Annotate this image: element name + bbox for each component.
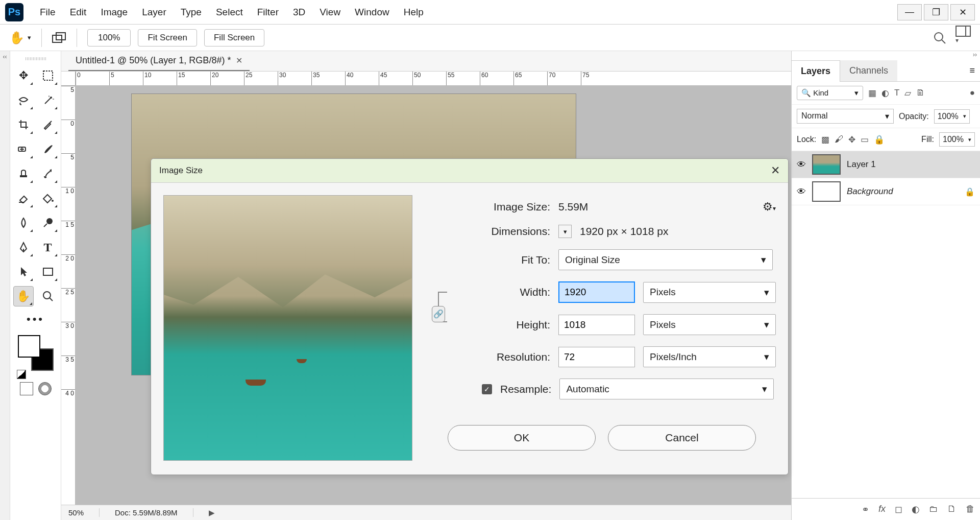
layer-thumbnail[interactable]	[812, 154, 841, 175]
cancel-button[interactable]: Cancel	[608, 425, 756, 451]
zoom-tool-icon[interactable]	[38, 286, 58, 306]
history-brush-tool-icon[interactable]	[38, 163, 58, 184]
dialog-gear-icon[interactable]: ⚙▾	[763, 200, 776, 214]
minimize-button[interactable]: —	[897, 4, 922, 20]
filter-adjustment-icon[interactable]: ◐	[881, 88, 889, 99]
menu-help[interactable]: Help	[397, 4, 431, 21]
vertical-ruler[interactable]: 5051 01 52 02 53 03 54 0	[61, 86, 76, 505]
group-icon[interactable]: 🗀	[929, 504, 938, 515]
delete-layer-icon[interactable]: 🗑	[966, 504, 975, 515]
layer-name[interactable]: Background	[847, 186, 893, 197]
lock-pixels-icon[interactable]: 🖌	[835, 134, 843, 145]
move-tool-icon[interactable]: ✥	[13, 65, 34, 86]
foreground-color-swatch[interactable]	[18, 335, 40, 358]
eraser-tool-icon[interactable]	[13, 188, 34, 208]
type-tool-icon[interactable]: T	[38, 237, 58, 257]
height-unit-dropdown[interactable]: Pixels▾	[643, 314, 776, 335]
zoom-level[interactable]: 100%	[87, 29, 131, 46]
hand-tool-icon[interactable]: ✋	[13, 286, 34, 306]
resolution-input[interactable]	[558, 347, 635, 367]
current-tool-icon[interactable]: ✋ ▾	[9, 31, 31, 45]
filter-pixel-icon[interactable]: ▦	[868, 88, 876, 99]
width-input[interactable]	[558, 281, 635, 303]
collapse-left-icon[interactable]: ‹‹	[0, 51, 10, 520]
close-window-button[interactable]: ✕	[950, 4, 975, 20]
filter-toggle-icon[interactable]: ●	[970, 88, 975, 98]
filter-kind-dropdown[interactable]: 🔍 Kind▾	[797, 86, 863, 100]
link-layers-icon[interactable]: ⚭	[862, 504, 869, 515]
document-tab[interactable]: Untitled-1 @ 50% (Layer 1, RGB/8#) * ✕	[68, 51, 250, 71]
brush-tool-icon[interactable]	[38, 139, 58, 159]
menu-image[interactable]: Image	[93, 4, 135, 21]
dialog-close-icon[interactable]: ✕	[771, 164, 780, 177]
quick-mask-icon[interactable]	[38, 382, 52, 395]
resolution-unit-dropdown[interactable]: Pixels/Inch▾	[643, 346, 776, 367]
color-swatches[interactable]	[18, 335, 54, 371]
resample-dropdown[interactable]: Automatic▾	[559, 379, 774, 399]
pen-tool-icon[interactable]	[13, 237, 34, 257]
magic-wand-tool-icon[interactable]	[38, 90, 58, 110]
healing-brush-tool-icon[interactable]	[13, 139, 34, 159]
tab-channels[interactable]: Channels	[840, 60, 897, 81]
lock-all-icon[interactable]: 🔒	[874, 134, 885, 145]
fit-screen-button[interactable]: Fit Screen	[138, 29, 197, 46]
edit-toolbar-icon[interactable]: •••	[10, 311, 61, 328]
fit-to-dropdown[interactable]: Original Size▾	[558, 249, 773, 270]
opacity-input[interactable]: 100%▾	[934, 109, 970, 124]
lock-artboard-icon[interactable]: ▭	[861, 134, 869, 145]
maximize-button[interactable]: ❐	[924, 4, 948, 20]
marquee-tool-icon[interactable]	[38, 65, 58, 86]
close-tab-icon[interactable]: ✕	[236, 56, 242, 65]
filter-smart-icon[interactable]: 🗎	[916, 88, 925, 98]
horizontal-ruler[interactable]: 051015202530354045505560657075	[76, 72, 791, 86]
lock-position-icon[interactable]: ✥	[848, 134, 855, 145]
new-layer-icon[interactable]: 🗋	[947, 504, 957, 515]
panel-grip[interactable]	[26, 57, 46, 60]
resample-checkbox[interactable]: ✓	[482, 384, 492, 394]
crop-tool-icon[interactable]	[13, 114, 34, 135]
visibility-icon[interactable]: 👁	[797, 186, 806, 197]
layer-row[interactable]: 👁 Background 🔒	[792, 178, 980, 205]
layer-style-icon[interactable]: fx	[878, 504, 886, 515]
menu-view[interactable]: View	[312, 4, 348, 21]
status-menu-icon[interactable]: ▶	[209, 508, 215, 517]
lock-icon[interactable]: 🔒	[965, 187, 975, 197]
adjustment-layer-icon[interactable]: ◐	[912, 504, 920, 515]
lasso-tool-icon[interactable]	[13, 90, 34, 110]
link-icon[interactable]: 🔗	[432, 306, 445, 322]
panel-menu-icon[interactable]: ≡	[964, 65, 980, 76]
menu-file[interactable]: File	[33, 4, 63, 21]
layer-thumbnail[interactable]	[812, 181, 841, 202]
menu-select[interactable]: Select	[209, 4, 250, 21]
dialog-title-bar[interactable]: Image Size ✕	[151, 159, 788, 183]
dodge-tool-icon[interactable]	[38, 212, 58, 233]
rectangle-tool-icon[interactable]	[38, 262, 58, 282]
status-doc-size[interactable]: Doc: 5.59M/8.89M	[115, 508, 193, 517]
blend-mode-dropdown[interactable]: Normal▾	[797, 109, 894, 124]
width-unit-dropdown[interactable]: Pixels▾	[643, 282, 776, 303]
search-icon[interactable]	[933, 31, 946, 44]
standard-mode-icon[interactable]	[20, 382, 33, 395]
default-colors-icon[interactable]	[17, 370, 26, 379]
lock-transparency-icon[interactable]: ▩	[821, 134, 829, 145]
menu-edit[interactable]: Edit	[63, 4, 94, 21]
fill-screen-button[interactable]: Fill Screen	[204, 29, 264, 46]
layer-name[interactable]: Layer 1	[847, 159, 876, 170]
clone-stamp-tool-icon[interactable]	[13, 163, 34, 184]
height-input[interactable]	[558, 315, 635, 335]
paint-bucket-tool-icon[interactable]	[38, 188, 58, 208]
ok-button[interactable]: OK	[448, 425, 596, 451]
menu-type[interactable]: Type	[174, 4, 209, 21]
dimensions-unit-dropdown[interactable]: ▾	[558, 225, 572, 238]
filter-shape-icon[interactable]: ▱	[904, 88, 911, 99]
menu-3d[interactable]: 3D	[286, 4, 312, 21]
collapse-right-icon[interactable]: ››	[792, 51, 980, 60]
blur-tool-icon[interactable]	[13, 212, 34, 233]
layer-mask-icon[interactable]: ◻	[895, 504, 902, 515]
layer-row[interactable]: 👁 Layer 1	[792, 151, 980, 178]
fill-input[interactable]: 100%▾	[939, 132, 975, 147]
ruler-origin[interactable]	[61, 72, 76, 86]
status-zoom[interactable]: 50%	[68, 508, 100, 517]
workspace-switcher-icon[interactable]: ▾	[955, 26, 971, 50]
eyedropper-tool-icon[interactable]	[38, 114, 58, 135]
